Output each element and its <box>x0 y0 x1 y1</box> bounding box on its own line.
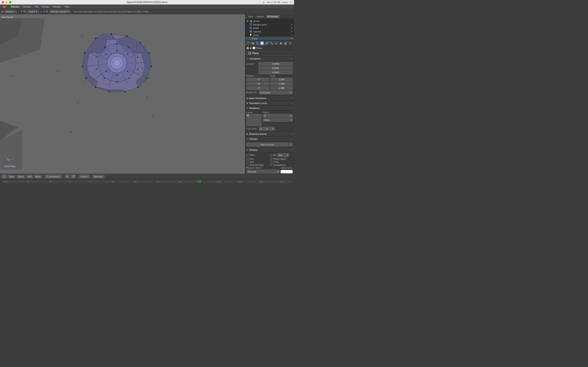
parent-field[interactable]: ✏ <box>263 114 293 118</box>
add-to-group-plus-icon[interactable]: ＋ <box>289 142 293 147</box>
layer-7[interactable] <box>250 117 252 120</box>
layer-16[interactable] <box>246 123 249 126</box>
tab-search[interactable]: Search <box>255 15 265 18</box>
object-color-swatch[interactable] <box>281 170 293 174</box>
view-dropdown[interactable]: Default ▾ <box>4 10 17 13</box>
cb-bou[interactable] <box>270 154 272 156</box>
object-name-field[interactable]: Plane <box>246 51 293 55</box>
section-locks-header[interactable]: ▶ Transform Locks − <box>245 101 294 106</box>
layer-1[interactable] <box>246 114 249 117</box>
location-x[interactable]: · 0.0000 <box>259 62 293 66</box>
section-relations-extras-header[interactable]: ▶ Relations Extras − <box>245 132 294 136</box>
display-minus-icon[interactable]: − <box>291 149 292 151</box>
selection-btn[interactable]: Selection <box>93 175 104 178</box>
locks-minus-icon[interactable]: − <box>291 102 292 105</box>
add-to-group-button[interactable]: Add to Group <box>246 142 288 147</box>
window-menu2[interactable]: Window <box>52 5 63 8</box>
tab-all-scenes[interactable]: All Scenes <box>266 15 280 18</box>
snap-btn[interactable]: 🧲 <box>70 175 76 178</box>
section-transform-header[interactable]: ▼ Transform − <box>245 56 294 61</box>
relations-minus-icon[interactable]: − <box>291 107 292 109</box>
layer-2[interactable] <box>250 114 252 117</box>
window-menu[interactable]: Window <box>21 5 33 8</box>
viewport-3d[interactable]: User Persp <box>0 14 245 174</box>
textured-dropdown[interactable]: Textured ▾ <box>246 170 280 174</box>
prop-tab-render[interactable]: 🎬 <box>246 41 250 45</box>
view-btn[interactable]: View <box>8 175 16 178</box>
tab-view[interactable]: View <box>246 15 255 18</box>
prop-tab-object[interactable]: ⬜ <box>260 41 264 45</box>
prop-tab-texture[interactable]: ▦ <box>283 41 288 45</box>
scale-y[interactable]: · 1.000 <box>270 82 293 86</box>
layer-9[interactable] <box>256 117 259 120</box>
parent-dropdown[interactable]: Object ▾ <box>263 118 293 122</box>
layer-5[interactable] <box>259 114 261 117</box>
layer-12[interactable] <box>250 120 252 123</box>
remove-view-icon[interactable]: ✕ <box>21 10 22 13</box>
select-btn[interactable]: Select <box>16 175 26 178</box>
layer-11[interactable] <box>246 120 249 123</box>
layers-grid[interactable] <box>246 114 261 120</box>
window-controls[interactable] <box>2 1 11 3</box>
parent-edit-icon[interactable]: ✏ <box>290 115 292 117</box>
search-icon[interactable]: 🔍 <box>290 1 292 4</box>
prop-tab-scene[interactable]: 🎭 <box>250 41 255 45</box>
cb-transparency[interactable] <box>270 164 272 166</box>
location-z[interactable]: 0.0000 <box>259 71 293 74</box>
maximize-button[interactable] <box>9 1 11 3</box>
global-btn[interactable]: Global ▾ <box>79 175 90 178</box>
layer-20[interactable] <box>259 123 261 126</box>
cb-xray[interactable] <box>270 161 272 163</box>
timeline-ruler[interactable]: -60 -40 -20 0 20 40 60 80 100 120 140 16… <box>1 180 293 183</box>
cb-draw-all[interactable] <box>246 164 249 166</box>
layer-6[interactable] <box>246 117 249 120</box>
tree-item-plane[interactable]: ◻ Plane 👁 <box>245 37 294 40</box>
globe-btn[interactable]: 🌐 <box>1 175 7 178</box>
tree-item-camera[interactable]: 📷 Camera 👁 <box>245 30 294 33</box>
prop-tab-material[interactable]: ◉ <box>278 41 283 45</box>
renderlayers-visibility[interactable]: 👁 <box>291 24 293 26</box>
scale-x[interactable]: · 1.000 <box>270 78 293 81</box>
add-scene-icon[interactable]: ＋ <box>40 10 42 13</box>
plane-visibility[interactable]: 👁 <box>291 37 293 40</box>
delta-minus-icon[interactable]: − <box>291 97 292 100</box>
cb-wire[interactable] <box>246 161 249 163</box>
apple-menu[interactable]: 🍎 <box>1 5 8 8</box>
scale-z[interactable]: · 1.000 <box>270 86 293 90</box>
camera-visibility[interactable]: 👁 <box>291 30 293 33</box>
section-relations-header[interactable]: ▼ Relations − <box>245 106 294 110</box>
lamp-visibility[interactable]: 👁 <box>291 34 293 36</box>
layer-4[interactable] <box>256 114 259 117</box>
cb-axis[interactable] <box>246 158 249 160</box>
scene-dropdown[interactable]: Scene ▾ <box>27 10 39 13</box>
layers-grid-2[interactable] <box>246 120 261 126</box>
rotation-z[interactable]: · Z: 0° <box>246 86 269 90</box>
prop-tab-data[interactable]: ▲ <box>274 41 278 45</box>
layer-18[interactable] <box>252 123 255 126</box>
layer-3[interactable] <box>252 114 255 117</box>
prop-tab-modifiers[interactable]: 🔧 <box>269 41 274 45</box>
add-view-icon[interactable]: ＋ <box>17 10 20 13</box>
rotation-y[interactable]: · Y: 0° <box>246 82 269 86</box>
minimize-button[interactable] <box>5 1 8 3</box>
mesh-btn[interactable]: Mesh <box>34 175 42 178</box>
rotation-mode-dropdown[interactable]: XYZ Euler ▾ <box>259 91 293 94</box>
section-delta-header[interactable]: ▶ Delta Transform − <box>245 96 294 101</box>
layer-15[interactable] <box>259 120 261 123</box>
location-y[interactable]: 0.0000 <box>259 66 293 70</box>
tree-item-renderlayers[interactable]: 🎬 RenderLayers 👁 <box>245 23 294 26</box>
layer-8[interactable] <box>252 117 255 120</box>
layer-13[interactable] <box>252 120 255 123</box>
mode-btn[interactable]: ✎ Edit Mode ▾ <box>45 175 62 178</box>
rotation-x[interactable]: · X: 0° <box>246 78 269 81</box>
pivot-btn[interactable]: ⊕ <box>65 175 69 178</box>
prop-tab-world[interactable]: 🌐 <box>255 41 259 45</box>
transform-minus-icon[interactable]: − <box>291 57 292 60</box>
tree-item-world[interactable]: 🌐 World 👁 <box>245 26 294 30</box>
world-visibility[interactable]: 👁 <box>291 27 293 29</box>
prop-tab-constraints[interactable]: 🔗 <box>264 41 269 45</box>
add-btn[interactable]: Add <box>26 175 33 178</box>
prop-tab-particles[interactable]: ✦ <box>288 41 292 45</box>
blender-menu[interactable]: Blender <box>9 5 21 8</box>
section-groups-header[interactable]: ▼ Groups − <box>245 136 294 141</box>
